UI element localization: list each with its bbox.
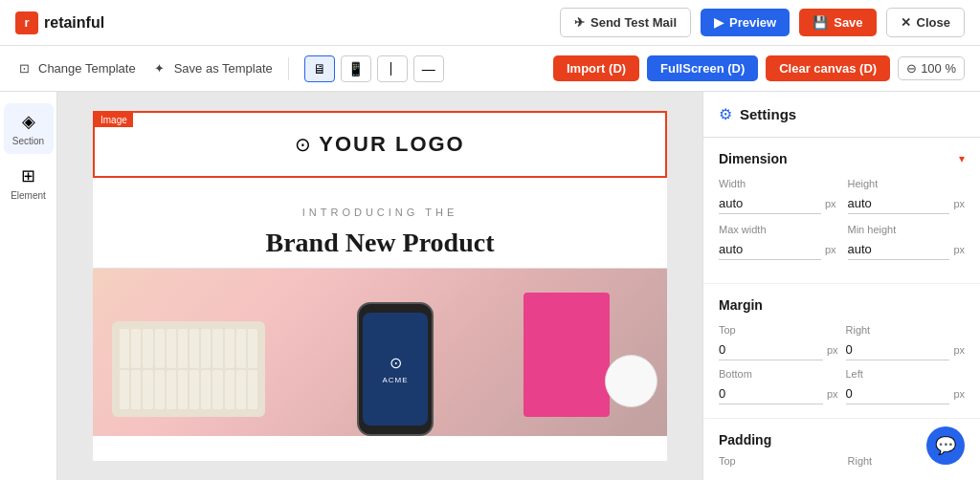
send-test-mail-button[interactable]: ✈ Send Test Mail <box>560 8 691 37</box>
top-nav: r retainful ✈ Send Test Mail ▶ Preview 💾… <box>0 0 980 46</box>
import-button[interactable]: Import (D) <box>553 55 639 81</box>
width-input[interactable] <box>719 193 821 214</box>
save-button[interactable]: 💾 Save <box>799 9 876 36</box>
width-label: Width <box>719 178 836 189</box>
preview-icon: ▶ <box>714 15 724 30</box>
template-icon: ⊡ <box>15 60 33 77</box>
zoom-value: 100 % <box>921 61 956 76</box>
key <box>120 329 129 368</box>
zoom-icon: ⊖ <box>906 61 917 76</box>
right-panel: ⚙ Settings Dimension ▾ Width px Height <box>702 92 980 480</box>
mobile-icon-1: — <box>385 62 400 76</box>
mobile-view-button-1[interactable]: — <box>377 55 408 82</box>
phone-logo-icon: ⊙ <box>390 354 402 372</box>
preview-button[interactable]: ▶ Preview <box>701 9 790 36</box>
chat-icon: 💬 <box>935 435 956 456</box>
left-sidebar: ◈ Section ⊞ Element <box>0 92 57 480</box>
device-icons: 🖥 📱 — — <box>304 55 444 82</box>
margin-bottom-field: Bottom px <box>719 368 838 404</box>
dimension-arrow-icon[interactable]: ▾ <box>959 152 965 165</box>
tablet-icon: 📱 <box>347 61 364 76</box>
min-height-unit: px <box>953 244 965 255</box>
margin-left-input[interactable] <box>846 383 950 404</box>
intro-subtitle: INTRODUCING THE <box>112 207 648 218</box>
sidebar-item-element[interactable]: ⊞ Element <box>4 158 54 208</box>
sidebar-element-label: Element <box>11 190 46 201</box>
save-as-template-button[interactable]: ✦ Save as Template <box>151 60 273 77</box>
width-field: Width px <box>719 178 836 214</box>
intro-title: Brand New Product <box>112 228 648 258</box>
fullscreen-button[interactable]: FullScreen (D) <box>647 55 758 81</box>
max-width-input[interactable] <box>719 239 821 260</box>
margin-bottom-label: Bottom <box>719 368 838 380</box>
change-template-button[interactable]: ⊡ Change Template <box>15 60 136 77</box>
toolbar-left: ⊡ Change Template ✦ Save as Template 🖥 📱… <box>15 55 542 82</box>
white-puck <box>605 355 657 407</box>
margin-right-label: Right <box>846 324 966 336</box>
margin-grid: Top px Right px Bottom <box>719 324 965 404</box>
phone-brand-text: ACME <box>382 376 408 384</box>
margin-right-field: Right px <box>846 324 966 360</box>
email-canvas: Image ⊙ YOUR LOGO INTRODUCING THE Brand … <box>93 111 667 461</box>
keyboard-shape <box>112 321 265 417</box>
close-icon: ✕ <box>901 15 911 30</box>
margin-top-unit: px <box>827 344 838 356</box>
tablet-view-button[interactable]: 📱 <box>341 55 371 82</box>
padding-row: Top Right <box>719 455 965 470</box>
margin-right-input[interactable] <box>846 339 950 360</box>
margin-title: Margin <box>719 297 763 313</box>
desktop-icon: 🖥 <box>313 61 326 76</box>
toolbar-right: Import (D) FullScreen (D) Clear canvas (… <box>553 55 965 81</box>
toolbar: ⊡ Change Template ✦ Save as Template 🖥 📱… <box>0 46 980 92</box>
width-unit: px <box>825 198 836 209</box>
pink-box <box>523 293 610 417</box>
width-height-row: Width px Height px <box>719 178 965 214</box>
section-header: Dimension ▾ <box>719 151 965 166</box>
max-width-field: Max width px <box>719 224 836 260</box>
mobile-icon-2: — <box>422 61 435 76</box>
desktop-view-button[interactable]: 🖥 <box>304 55 335 82</box>
margin-left-field: Left px <box>846 368 966 404</box>
element-icon: ⊞ <box>21 165 35 186</box>
height-field: Height px <box>848 178 966 214</box>
app-logo-icon: r <box>15 11 38 34</box>
margin-top-label: Top <box>719 324 838 336</box>
logo-text: YOUR LOGO <box>319 132 464 157</box>
clear-canvas-button[interactable]: Clear canvas (D) <box>766 55 890 81</box>
margin-section: Margin Top px Right px <box>703 284 980 419</box>
mobile-view-button-2[interactable]: — <box>413 55 444 82</box>
zoom-control[interactable]: ⊖ 100 % <box>898 56 965 80</box>
maxwidth-minheight-row: Max width px Min height px <box>719 224 965 260</box>
settings-icon: ⚙ <box>719 105 732 123</box>
sidebar-item-section[interactable]: ◈ Section <box>4 103 54 154</box>
phone-shape: ⊙ ACME <box>357 302 434 436</box>
product-image: ⊙ ACME <box>93 269 667 436</box>
margin-bottom-unit: px <box>827 388 838 400</box>
height-unit: px <box>953 198 965 209</box>
height-input[interactable] <box>848 193 950 214</box>
panel-title: Settings <box>740 106 796 122</box>
max-width-unit: px <box>825 244 836 255</box>
margin-section-header: Margin <box>719 297 965 313</box>
min-height-field: Min height px <box>848 224 966 260</box>
close-button[interactable]: ✕ Close <box>886 8 965 37</box>
margin-right-unit: px <box>953 344 965 356</box>
top-nav-actions: ✈ Send Test Mail ▶ Preview 💾 Save ✕ Clos… <box>560 8 965 37</box>
chat-bubble-button[interactable]: 💬 <box>926 426 965 465</box>
padding-top-field: Top <box>719 455 836 470</box>
min-height-input[interactable] <box>848 239 950 260</box>
margin-top-input[interactable] <box>719 339 823 360</box>
logo-camera-icon: ⊙ <box>295 133 311 156</box>
dimension-section: Dimension ▾ Width px Height px <box>703 138 980 284</box>
main-area: ◈ Section ⊞ Element Image ⊙ YOUR LOGO IN… <box>0 92 980 480</box>
canvas-area: Image ⊙ YOUR LOGO INTRODUCING THE Brand … <box>57 92 702 480</box>
margin-bottom-input[interactable] <box>719 383 823 404</box>
margin-top-field: Top px <box>719 324 838 360</box>
logo-area: r retainful <box>15 11 104 34</box>
sidebar-section-label: Section <box>12 136 44 146</box>
height-label: Height <box>848 178 966 189</box>
app-name: retainful <box>44 14 104 32</box>
logo-block[interactable]: Image ⊙ YOUR LOGO <box>93 111 667 178</box>
logo-inner: ⊙ YOUR LOGO <box>295 132 464 157</box>
margin-left-label: Left <box>846 368 966 380</box>
